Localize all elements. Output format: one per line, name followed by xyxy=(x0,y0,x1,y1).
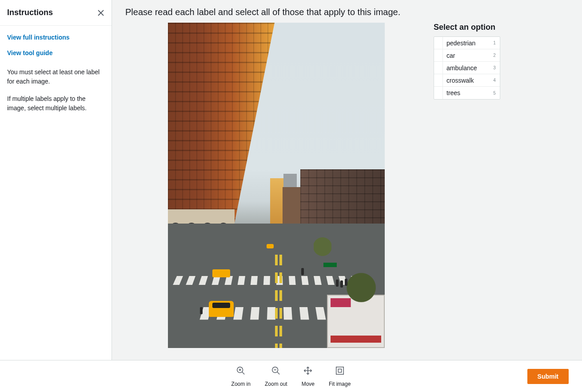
tool-label: Fit image xyxy=(329,381,351,387)
option-ambulance[interactable]: ambulance 3 xyxy=(434,62,500,74)
option-label: car xyxy=(443,52,492,59)
option-checkbox[interactable] xyxy=(434,49,443,61)
option-list: pedestrian 1 car 2 ambulance 3 xyxy=(434,36,500,100)
option-label: crosswalk xyxy=(443,77,492,84)
option-shortcut: 2 xyxy=(492,53,500,58)
svg-line-3 xyxy=(242,372,245,374)
svg-rect-11 xyxy=(336,367,343,374)
option-shortcut: 3 xyxy=(492,65,500,70)
view-tool-guide-link[interactable]: View tool guide xyxy=(7,48,104,58)
option-label: ambulance xyxy=(443,64,492,72)
option-trees[interactable]: trees 5 xyxy=(434,87,500,99)
city-street-image xyxy=(168,23,385,348)
option-checkbox[interactable] xyxy=(434,74,443,86)
svg-line-7 xyxy=(277,372,280,374)
option-label: trees xyxy=(443,89,492,96)
instructions-text-required: You must select at least one label for e… xyxy=(7,68,104,86)
zoom-in-icon xyxy=(236,366,246,377)
main-area: Please read each label and select all of… xyxy=(112,0,582,360)
zoom-out-icon xyxy=(271,366,281,377)
task-prompt: Please read each label and select all of… xyxy=(112,0,582,23)
fit-image-icon xyxy=(335,366,345,377)
move-icon xyxy=(303,366,313,377)
move-button[interactable]: Move xyxy=(302,366,315,387)
view-full-instructions-link[interactable]: View full instructions xyxy=(7,33,104,42)
option-checkbox[interactable] xyxy=(434,87,443,99)
option-shortcut: 1 xyxy=(492,40,500,45)
tool-label: Zoom out xyxy=(265,381,287,387)
tool-label: Move xyxy=(302,381,315,387)
option-label: pedestrian xyxy=(443,40,492,47)
instructions-panel: Instructions View full instructions View… xyxy=(0,0,112,360)
instructions-title: Instructions xyxy=(7,8,53,17)
zoom-in-button[interactable]: Zoom in xyxy=(231,366,251,387)
option-car[interactable]: car 2 xyxy=(434,49,500,62)
submit-button[interactable]: Submit xyxy=(527,369,569,384)
option-crosswalk[interactable]: crosswalk 4 xyxy=(434,74,500,87)
zoom-out-button[interactable]: Zoom out xyxy=(265,366,287,387)
tool-label: Zoom in xyxy=(231,381,251,387)
close-icon[interactable] xyxy=(97,9,104,16)
options-title: Select an option xyxy=(434,23,500,32)
fit-image-button[interactable]: Fit image xyxy=(329,366,351,387)
option-checkbox[interactable] xyxy=(434,37,443,49)
toolbar: Zoom in Zoom out Move Fit image Submit xyxy=(0,360,582,392)
options-panel: Select an option pedestrian 1 car 2 a xyxy=(434,23,500,100)
svg-rect-12 xyxy=(338,369,341,372)
option-pedestrian[interactable]: pedestrian 1 xyxy=(434,37,500,49)
task-image[interactable] xyxy=(168,23,385,348)
instructions-text-multiple: If multiple labels apply to the image, s… xyxy=(7,94,104,113)
option-shortcut: 5 xyxy=(492,91,500,96)
option-shortcut: 4 xyxy=(492,78,500,83)
option-checkbox[interactable] xyxy=(434,62,443,74)
